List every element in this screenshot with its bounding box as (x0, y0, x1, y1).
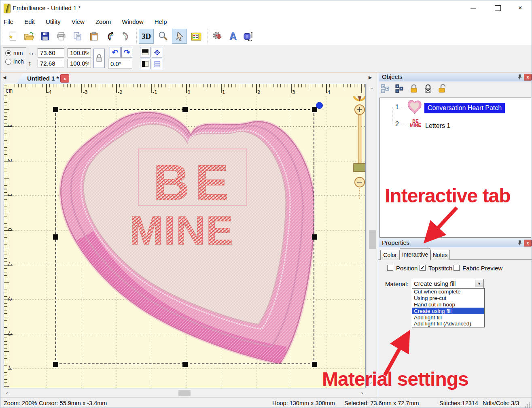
scroll-left-arrow[interactable]: ‹ (6, 390, 8, 396)
new-document-button[interactable] (5, 29, 20, 44)
status-bar: Zoom: 200% Cursor: 55.9mm x -3.4mm Hoop:… (0, 397, 532, 408)
object-item-1[interactable]: Conversation Heart Patch (424, 103, 505, 113)
menu-help[interactable]: Help (155, 18, 167, 25)
selection-handle-s[interactable] (182, 362, 188, 367)
view-3d-button[interactable]: 3D (139, 29, 154, 44)
option-hand-cut-in-hoop[interactable]: Hand cut in hoop (412, 302, 484, 308)
radio-dot-inch (5, 59, 11, 65)
v-scroll-thumb[interactable] (369, 230, 376, 249)
selection-handle-e[interactable] (312, 234, 317, 240)
letters-icon: A (229, 30, 236, 42)
undo-button[interactable] (102, 29, 117, 44)
menu-utility[interactable]: Utility (46, 18, 61, 25)
menu-zoom[interactable]: Zoom (95, 18, 111, 25)
h-scroll-thumb[interactable] (178, 390, 191, 396)
canvas-horizontal-scrollbar[interactable]: ‹ › (4, 388, 366, 397)
option-using-pre-cut[interactable]: Using pre-cut (412, 295, 484, 302)
tab-notes[interactable]: Notes (430, 250, 450, 260)
selection-rectangle[interactable] (55, 109, 314, 364)
rotate-left-button[interactable]: ↶ (110, 47, 121, 58)
material-options-list: Cut when complete Using pre-cut Hand cut… (412, 288, 485, 327)
tab-interactive-label: Interactive (402, 251, 428, 258)
menu-window[interactable]: Window (122, 18, 143, 25)
menu-file[interactable]: File (4, 18, 13, 25)
objects-pin-icon[interactable] (516, 74, 523, 80)
print-button[interactable] (54, 29, 69, 44)
paste-button[interactable] (86, 29, 101, 44)
lock-icon[interactable] (409, 84, 419, 94)
background-view-button[interactable] (140, 59, 150, 69)
scroll-right-arrow[interactable]: › (361, 390, 363, 396)
material-dropdown[interactable]: Create using fill ▼ (412, 279, 484, 288)
minimize-button[interactable] (469, 4, 478, 12)
stitch-process-button[interactable] (210, 29, 225, 44)
thread-palette-button[interactable] (189, 29, 203, 44)
v-ruler-label: -3 (7, 329, 13, 338)
lock-aspect-button[interactable] (93, 49, 105, 68)
design-canvas[interactable]: BE BE MINE MINE N -4 -3 -2 -1 0 1 2 3 (4, 84, 366, 388)
topstitch-checkbox[interactable]: ✓ (420, 265, 426, 271)
properties-close-button[interactable]: x (524, 240, 532, 246)
maximize-button[interactable] (493, 4, 502, 12)
resize-grip[interactable] (525, 402, 530, 408)
menu-view[interactable]: View (72, 18, 85, 25)
unit-mm-label: mm (13, 50, 23, 56)
rotate-right-button[interactable]: ↷ (121, 47, 132, 58)
tab-close-button[interactable]: x (60, 74, 69, 83)
objects-list[interactable]: 1 Conversation Heart Patch 2 BE MINE Let… (379, 98, 531, 238)
letters-button[interactable]: A (225, 29, 240, 44)
canvas-vertical-scrollbar[interactable]: › › (367, 84, 378, 388)
selection-handle-nw[interactable] (53, 107, 58, 112)
option-add-light-fill[interactable]: Add light fill (412, 314, 484, 321)
fit-window-button[interactable] (152, 47, 162, 57)
h-ruler-label: -2 (118, 89, 123, 95)
toolbar-separator (136, 29, 137, 43)
unit-mm-radio[interactable]: mm (5, 50, 26, 56)
height-input[interactable] (38, 59, 64, 68)
window-title: Embrilliance - Untitled 1 * (13, 4, 81, 11)
fabric-preview-checkbox[interactable] (454, 265, 460, 271)
rotation-input[interactable] (108, 59, 132, 68)
width-input[interactable] (38, 48, 64, 57)
selection-handle-se[interactable] (312, 362, 317, 367)
objects-close-button[interactable]: x (524, 74, 532, 81)
tab-scroll-right[interactable]: ▶ (369, 75, 372, 80)
tab-color[interactable]: Color (380, 250, 400, 260)
option-add-light-fill-advanced[interactable]: Add light fill (Advanced) (412, 321, 484, 327)
position-checkbox[interactable] (387, 265, 393, 271)
selection-handle-w[interactable] (53, 234, 58, 240)
group-merge-icon[interactable] (395, 84, 405, 94)
properties-pin-icon[interactable] (516, 240, 523, 246)
zoom-tool-button[interactable] (155, 29, 170, 44)
unit-inch-radio[interactable]: inch (5, 58, 26, 65)
copy-button[interactable] (70, 29, 85, 44)
open-file-button[interactable] (21, 29, 36, 44)
redo-button[interactable] (119, 29, 134, 44)
save-button[interactable] (38, 29, 53, 44)
close-button[interactable]: × (516, 4, 525, 12)
height-percent-input[interactable] (68, 59, 91, 68)
rotation-handle[interactable] (316, 102, 323, 109)
selection-handle-n[interactable] (182, 107, 188, 112)
tab-scroll-left[interactable]: ◀ (3, 75, 6, 80)
unlock-icon[interactable] (437, 84, 447, 94)
object-item-2[interactable]: Letters 1 (425, 122, 450, 130)
foreground-view-button[interactable] (140, 47, 150, 57)
hoop-settings-button[interactable] (241, 29, 256, 44)
stitch-order-button[interactable] (152, 59, 162, 69)
tab-interactive[interactable]: Interactive (400, 248, 430, 260)
zoom-slider-track[interactable] (358, 115, 361, 168)
select-tool-button[interactable] (172, 29, 187, 44)
ruler-unit-label: cm (5, 87, 13, 94)
dropdown-arrow-icon[interactable]: ▼ (475, 280, 483, 287)
width-percent-input[interactable] (68, 48, 91, 57)
option-cut-when-complete[interactable]: Cut when complete (412, 289, 484, 295)
lock-disable-icon[interactable] (423, 84, 433, 94)
group-select-icon[interactable] (381, 84, 390, 94)
zoom-slider-handle[interactable] (354, 164, 366, 172)
selection-handle-sw[interactable] (53, 362, 58, 367)
option-create-using-fill[interactable]: Create using fill (412, 308, 484, 314)
object-index-1: 1 (395, 104, 399, 111)
scroll-up-arrow[interactable]: › (368, 87, 374, 89)
menu-edit[interactable]: Edit (24, 18, 35, 25)
